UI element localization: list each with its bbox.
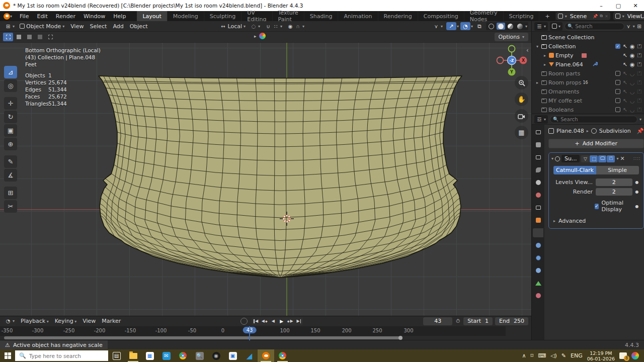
timeline-ruler[interactable]: -350-300-250-200-150-100-500100150200250… bbox=[0, 326, 506, 336]
viewlayer-selector[interactable]: ▾ ViewLayer ⧉ bbox=[613, 12, 644, 20]
language-indicator[interactable]: ENG bbox=[571, 352, 583, 359]
task-view-button[interactable]: ▤ bbox=[108, 349, 125, 362]
tool-button[interactable]: ⊿ bbox=[4, 66, 17, 78]
blender-app-menu[interactable]: ▾ bbox=[0, 11, 16, 21]
widgets-icon[interactable] bbox=[631, 352, 639, 359]
jump-to-start-button[interactable]: ◀ bbox=[252, 317, 260, 325]
modifier-name-field[interactable]: Su... bbox=[561, 155, 580, 162]
pin-icon[interactable]: 📌 bbox=[593, 14, 598, 19]
hide-eye-icon[interactable]: ◡ bbox=[630, 107, 635, 113]
edit-mode-display-toggle[interactable]: ▽ bbox=[581, 155, 589, 162]
copy-icon[interactable]: ⧉ bbox=[600, 14, 603, 19]
hide-eye-icon[interactable]: ◡ bbox=[630, 79, 635, 86]
properties-search[interactable]: 🔍 bbox=[550, 116, 637, 123]
current-frame-field[interactable]: 43 bbox=[423, 317, 452, 325]
outliner-item-label[interactable]: Scene Collection bbox=[548, 34, 594, 41]
selectable-icon[interactable]: ↖ bbox=[623, 61, 627, 68]
select-mode-set-button[interactable] bbox=[3, 33, 13, 41]
viewport-menu-item[interactable]: Select bbox=[87, 23, 110, 30]
hide-eye-icon[interactable]: ◉ bbox=[630, 61, 635, 68]
tray-expand-icon[interactable]: ∧ bbox=[522, 352, 526, 359]
collapse-modifier-icon[interactable]: ▾ bbox=[551, 156, 553, 161]
menu-item[interactable]: Window bbox=[79, 11, 109, 21]
outliner-row[interactable]: ▾ Collection ✓ ↖ ◉ ⏍ bbox=[532, 42, 644, 51]
search-app-icon[interactable]: 🔍 bbox=[191, 349, 208, 362]
gimp-icon[interactable]: ◉ bbox=[208, 349, 224, 362]
start-button[interactable] bbox=[0, 349, 15, 362]
workspace-tab[interactable]: Sculpting bbox=[204, 11, 242, 21]
network-icon[interactable]: ⌨ bbox=[538, 352, 546, 359]
disable-render-icon[interactable]: ⏍ bbox=[637, 61, 641, 68]
scene-selector[interactable]: ▾ Scene 📌 ⧉ ✕ bbox=[556, 12, 610, 20]
disable-render-icon[interactable]: ⏍ bbox=[637, 98, 641, 104]
exclude-checkbox[interactable] bbox=[615, 98, 620, 103]
blender-taskbar-icon[interactable] bbox=[258, 349, 274, 362]
properties-tab[interactable] bbox=[533, 253, 543, 262]
pivot-point[interactable]: ◌▾ bbox=[249, 22, 262, 31]
select-mode-subtract-button[interactable] bbox=[24, 33, 34, 41]
tool-button[interactable]: ▣ bbox=[4, 124, 17, 137]
expander-icon[interactable]: ▸ bbox=[542, 62, 547, 67]
disable-render-icon[interactable]: ⏍ bbox=[637, 70, 641, 77]
disable-render-icon[interactable]: ⏍ bbox=[637, 88, 641, 95]
timeline-menu-item[interactable]: View bbox=[79, 318, 99, 324]
outliner-row[interactable]: ▸ Empty ↖ ◉ ⏍ bbox=[532, 51, 644, 60]
properties-tab[interactable] bbox=[533, 128, 543, 137]
menu-item[interactable]: File bbox=[16, 11, 33, 21]
hide-eye-icon[interactable]: ◡ bbox=[630, 98, 635, 104]
maximize-button[interactable]: ▢ bbox=[610, 0, 627, 11]
tool-button[interactable]: ↻ bbox=[4, 111, 17, 123]
delete-modifier-icon[interactable]: ✕ bbox=[620, 155, 624, 162]
chrome-profile-icon[interactable] bbox=[274, 349, 291, 362]
menu-item[interactable]: Render bbox=[52, 11, 79, 21]
show-overlays-toggle[interactable]: ◔ bbox=[460, 22, 470, 30]
workspace-tab[interactable]: Compositing bbox=[418, 11, 464, 21]
exclude-checkbox[interactable] bbox=[615, 107, 620, 112]
animate-dot[interactable]: ● bbox=[635, 180, 639, 185]
viewport-menu-item[interactable]: View bbox=[67, 23, 87, 30]
editor-type-button[interactable]: ⊞▾ bbox=[3, 22, 17, 31]
material-shading-button[interactable] bbox=[506, 23, 515, 30]
properties-tab[interactable] bbox=[533, 228, 543, 237]
breadcrumb-object[interactable]: Plane.048 bbox=[556, 128, 584, 134]
value-slider[interactable]: 2 bbox=[596, 178, 632, 186]
sidebar-collapse-arrow[interactable]: ‹ bbox=[526, 47, 529, 54]
selectable-icon[interactable]: ↖ bbox=[623, 52, 627, 59]
outliner-filter-type[interactable]: ▾ bbox=[550, 22, 562, 31]
play-reverse-button[interactable]: ◀ bbox=[269, 317, 277, 325]
outliner-row[interactable]: Room parts ↖ ◡ ⏍ bbox=[532, 69, 644, 78]
outliner-row[interactable]: ▸ Room props 16 ↖ ◡ ⏍ bbox=[532, 78, 644, 87]
workspace-tab[interactable]: + bbox=[539, 11, 555, 21]
workspace-tab[interactable]: UV Editing bbox=[242, 11, 272, 21]
zoom-button[interactable] bbox=[515, 76, 528, 89]
properties-tab[interactable] bbox=[533, 178, 543, 187]
filter-funnel-icon[interactable]: ⋎ bbox=[626, 23, 631, 29]
hide-eye-icon[interactable]: ◡ bbox=[630, 70, 635, 77]
outliner-item-label[interactable]: Plane.064 bbox=[555, 61, 583, 68]
expander-icon[interactable]: ▸ bbox=[535, 80, 540, 85]
selectable-icon[interactable]: ↖ bbox=[623, 79, 627, 86]
axis-neg-y[interactable] bbox=[509, 46, 515, 52]
taskbar-search[interactable]: 🔍 bbox=[15, 350, 108, 361]
disable-render-icon[interactable]: ⏍ bbox=[637, 43, 641, 50]
properties-tab[interactable] bbox=[533, 291, 543, 300]
outliner-display-mode[interactable]: ☰▾ bbox=[534, 22, 548, 31]
viewport-display-toggle[interactable]: 🖵 bbox=[598, 155, 606, 162]
workspace-tab[interactable]: Geometry Nodes bbox=[464, 11, 504, 21]
options-button[interactable]: Options▾ bbox=[495, 33, 528, 41]
tray-app-icon[interactable]: ⌑ bbox=[531, 352, 534, 359]
selectable-icon[interactable]: ↖ bbox=[623, 43, 627, 50]
viewport-menu-item[interactable]: Add bbox=[110, 23, 126, 30]
animate-dot[interactable]: ● bbox=[635, 190, 639, 194]
exclude-checkbox[interactable] bbox=[615, 71, 620, 76]
current-frame-indicator[interactable]: 43 bbox=[243, 327, 257, 333]
workspace-tab[interactable]: Rendering bbox=[378, 11, 418, 21]
transform-orientation[interactable]: ↔Local▾ bbox=[218, 22, 248, 31]
pen-icon[interactable]: ✎ bbox=[561, 352, 566, 359]
photos-app-icon[interactable]: ▣ bbox=[224, 349, 241, 362]
tool-button[interactable]: ✎ bbox=[4, 155, 17, 168]
disable-render-icon[interactable]: ⏍ bbox=[637, 52, 641, 59]
pan-button[interactable]: ✋ bbox=[515, 93, 528, 106]
solid-shading-button[interactable] bbox=[497, 23, 505, 30]
tool-button[interactable]: ✂ bbox=[4, 200, 17, 213]
